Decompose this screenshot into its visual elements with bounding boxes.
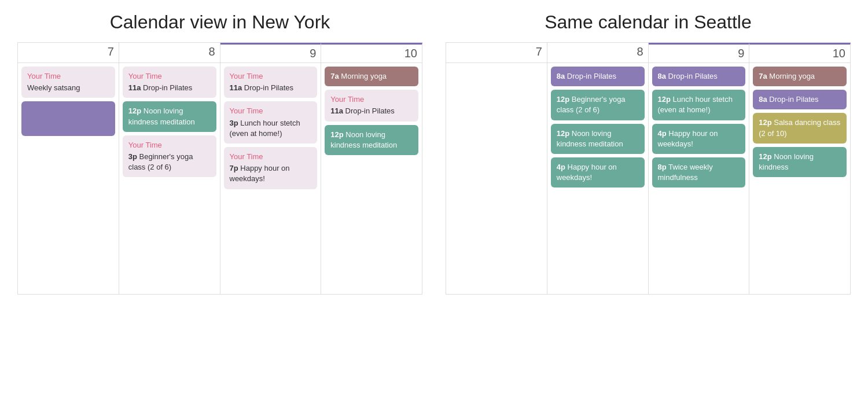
- your-time-label: Your Time: [230, 152, 312, 162]
- your-time-label: Your Time: [330, 94, 413, 105]
- right-day-col-8: 8a Drop-in Pilates 12p Beginner's yoga c…: [547, 63, 649, 295]
- right-day-header-8: 8: [547, 43, 649, 63]
- event-right-10-3[interactable]: 12p Salsa dancing class (2 of 10): [753, 113, 847, 143]
- event-right-8-3[interactable]: 12p Noon loving kindness meditation: [551, 124, 645, 154]
- event-left-7-2[interactable]: [21, 101, 115, 136]
- right-title: Same calendar in Seattle: [446, 12, 851, 33]
- your-time-label: Your Time: [230, 71, 312, 82]
- event-right-9-2[interactable]: 12p Lunch hour stetch (even at home!): [652, 90, 746, 120]
- event-left-10-3[interactable]: 12p Noon loving kindness meditation: [325, 125, 418, 155]
- event-left-9-2[interactable]: Your Time 3p Lunch hour stetch (even at …: [224, 101, 318, 144]
- right-day-header-7: 7: [446, 43, 547, 63]
- your-time-label: Your Time: [128, 140, 211, 150]
- event-left-7-1[interactable]: Your Time Weekly satsang: [21, 67, 115, 98]
- event-left-8-1[interactable]: Your Time 11a Drop-in Pilates: [123, 67, 216, 98]
- event-right-10-1[interactable]: 7a Morning yoga: [753, 67, 847, 86]
- event-text: 3p Beginner's yoga class (2 of 6): [128, 152, 193, 171]
- event-left-8-3[interactable]: Your Time 3p Beginner's yoga class (2 of…: [123, 135, 216, 178]
- left-day-col-8: Your Time 11a Drop-in Pilates 12p Noon l…: [119, 63, 220, 295]
- event-right-9-3[interactable]: 4p Happy hour on weekdays!: [652, 124, 746, 154]
- event-left-10-1[interactable]: 7a Morning yoga: [325, 67, 418, 86]
- left-calendar: Calendar view in New York 7 8 9 10 Your …: [17, 12, 422, 295]
- left-day-header-7: 7: [18, 43, 119, 63]
- right-grid: 7 8 9 10 8a Drop-in Pilates 12p Beginner…: [446, 42, 851, 295]
- event-text: 11a Drop-in Pilates: [128, 83, 193, 92]
- event-left-10-2[interactable]: Your Time 11a Drop-in Pilates: [325, 90, 418, 121]
- left-day-header-9: 9: [220, 43, 322, 63]
- event-right-10-4[interactable]: 12p Noon loving kindness: [753, 147, 847, 177]
- right-day-header-9: 9: [649, 43, 750, 63]
- your-time-label: Your Time: [230, 106, 312, 116]
- event-text: 3p Lunch hour stetch (even at home!): [230, 119, 300, 138]
- right-day-col-7: [446, 63, 547, 295]
- left-grid: 7 8 9 10 Your Time Weekly satsang Your T…: [17, 42, 422, 295]
- event-right-9-1[interactable]: 8a Drop-in Pilates: [652, 67, 746, 86]
- event-right-9-4[interactable]: 8p Twice weekly mindfulness: [652, 157, 746, 188]
- right-day-header-10: 10: [749, 43, 851, 63]
- left-day-col-10: 7a Morning yoga Your Time 11a Drop-in Pi…: [321, 63, 422, 295]
- event-right-8-4[interactable]: 4p Happy hour on weekdays!: [551, 157, 645, 188]
- event-left-9-3[interactable]: Your Time 7p Happy hour on weekdays!: [224, 147, 318, 189]
- your-time-label: Your Time: [27, 71, 109, 82]
- right-calendar: Same calendar in Seattle 7 8 9 10 8a Dro…: [446, 12, 851, 295]
- left-day-col-9: Your Time 11a Drop-in Pilates Your Time …: [220, 63, 322, 295]
- event-right-8-1[interactable]: 8a Drop-in Pilates: [551, 67, 645, 86]
- left-title: Calendar view in New York: [17, 12, 422, 33]
- left-day-col-7: Your Time Weekly satsang: [18, 63, 119, 295]
- left-day-header-8: 8: [119, 43, 220, 63]
- left-day-header-10: 10: [321, 43, 422, 63]
- event-left-8-2[interactable]: 12p Noon loving kindness meditation: [123, 101, 216, 131]
- event-text: 7p Happy hour on weekdays!: [230, 164, 290, 183]
- right-day-col-9: 8a Drop-in Pilates 12p Lunch hour stetch…: [649, 63, 750, 295]
- your-time-label: Your Time: [128, 71, 211, 82]
- event-text: Weekly satsang: [27, 83, 80, 92]
- event-right-8-2[interactable]: 12p Beginner's yoga class (2 of 6): [551, 90, 645, 120]
- event-text: 11a Drop-in Pilates: [330, 106, 395, 115]
- event-left-9-1[interactable]: Your Time 11a Drop-in Pilates: [224, 67, 318, 98]
- event-right-10-2[interactable]: 8a Drop-in Pilates: [753, 90, 847, 109]
- right-day-col-10: 7a Morning yoga 8a Drop-in Pilates 12p S…: [749, 63, 851, 295]
- event-text: 11a Drop-in Pilates: [230, 83, 294, 92]
